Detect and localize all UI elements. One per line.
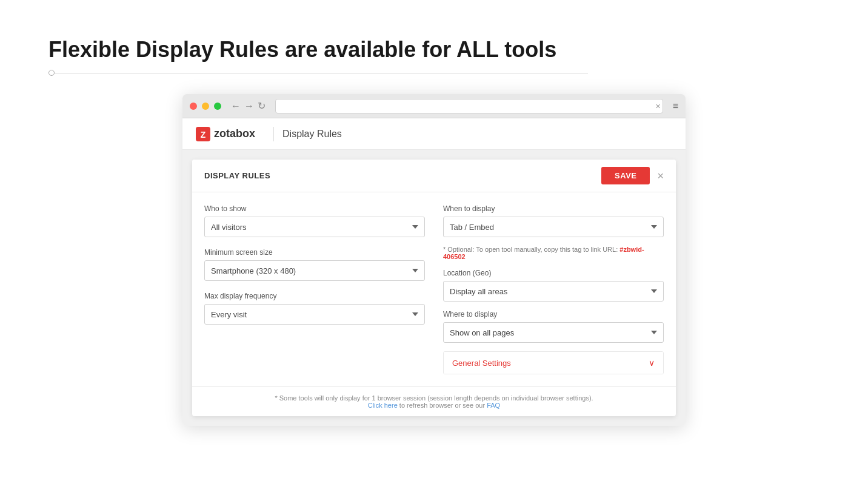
- browser-content: DISPLAY RULES SAVE × Who to show All vis…: [182, 150, 686, 426]
- when-to-display-group: When to display Tab / Embed On load On s…: [443, 204, 664, 237]
- location-group: Location (Geo) Display all areas Specifi…: [443, 269, 664, 302]
- svg-text:Z: Z: [201, 130, 206, 140]
- address-bar-close[interactable]: ✕: [655, 102, 661, 110]
- forward-button[interactable]: →: [244, 101, 254, 112]
- footer-note-text: * Some tools will only display for 1 bro…: [275, 394, 593, 402]
- zotabox-logo: Z zotabox: [195, 126, 255, 143]
- browser-titlebar: ← → ↻ ✕ ≡: [182, 94, 686, 118]
- where-to-display-label: Where to display: [443, 310, 664, 319]
- address-bar-container: ✕: [275, 99, 663, 113]
- zotabox-name: zotabox: [214, 127, 255, 140]
- where-to-display-group: Where to display Show on all pages Speci…: [443, 310, 664, 343]
- general-settings-accordion: General Settings ∨: [443, 351, 664, 374]
- optional-text: * Optional: To open tool manually, copy …: [443, 246, 664, 260]
- panel-title: DISPLAY RULES: [204, 171, 270, 180]
- panel-header: DISPLAY RULES SAVE ×: [192, 160, 676, 192]
- traffic-light-green[interactable]: [214, 103, 221, 110]
- browser-nav: ← → ↻: [231, 100, 265, 112]
- back-button[interactable]: ←: [231, 101, 241, 112]
- panel-right: When to display Tab / Embed On load On s…: [443, 204, 664, 374]
- close-button[interactable]: ×: [657, 170, 664, 181]
- app-header-title: Display Rules: [282, 129, 342, 140]
- page-title: Flexible Display Rules are available for…: [48, 36, 820, 62]
- display-rules-panel: DISPLAY RULES SAVE × Who to show All vis…: [192, 160, 676, 416]
- panel-body: Who to show All visitors New visitors Re…: [192, 192, 676, 386]
- browser-menu-icon[interactable]: ≡: [673, 101, 678, 112]
- browser-window: ← → ↻ ✕ ≡ Z zotabox Display Rules DISPLA…: [182, 94, 686, 426]
- who-to-show-group: Who to show All visitors New visitors Re…: [204, 204, 425, 237]
- who-to-show-select[interactable]: All visitors New visitors Returning visi…: [204, 217, 425, 237]
- panel-left: Who to show All visitors New visitors Re…: [204, 204, 425, 374]
- who-to-show-label: Who to show: [204, 204, 425, 213]
- panel-footer: * Some tools will only display for 1 bro…: [192, 386, 676, 416]
- accordion-chevron-icon: ∨: [649, 358, 655, 368]
- footer-note: * Some tools will only display for 1 bro…: [204, 394, 664, 409]
- save-button[interactable]: SAVE: [601, 167, 650, 184]
- where-to-display-select[interactable]: Show on all pages Specific pages Homepag…: [443, 322, 664, 343]
- when-to-display-label: When to display: [443, 204, 664, 213]
- when-to-display-select[interactable]: Tab / Embed On load On scroll On exit: [443, 217, 664, 237]
- progress-track: [55, 73, 588, 73]
- optional-text-prefix: * Optional: To open tool manually, copy …: [443, 246, 618, 253]
- min-screen-group: Minimum screen size Smartphone (320 x 48…: [204, 248, 425, 281]
- accordion-header[interactable]: General Settings ∨: [444, 352, 663, 374]
- zotabox-icon-svg: Z: [195, 126, 212, 143]
- traffic-light-red[interactable]: [190, 103, 197, 110]
- min-screen-label: Minimum screen size: [204, 248, 425, 257]
- faq-link[interactable]: FAQ: [487, 402, 500, 409]
- app-header-divider: [273, 127, 274, 141]
- location-select[interactable]: Display all areas Specific countries: [443, 281, 664, 302]
- max-freq-group: Max display frequency Every visit Once p…: [204, 292, 425, 325]
- accordion-title: General Settings: [452, 359, 511, 368]
- page-header: Flexible Display Rules are available for…: [48, 36, 820, 76]
- click-here-link[interactable]: Click here: [368, 402, 398, 409]
- app-header: Z zotabox Display Rules: [182, 118, 686, 150]
- progress-dot: [48, 70, 55, 76]
- progress-line: [48, 70, 820, 76]
- max-freq-label: Max display frequency: [204, 292, 425, 300]
- traffic-light-yellow[interactable]: [202, 103, 209, 110]
- max-freq-select[interactable]: Every visit Once per session Once per da…: [204, 304, 425, 325]
- panel-header-actions: SAVE ×: [601, 167, 664, 184]
- address-bar[interactable]: [275, 99, 663, 113]
- location-label: Location (Geo): [443, 269, 664, 277]
- min-screen-select[interactable]: Smartphone (320 x 480) Tablet (768 x 102…: [204, 260, 425, 281]
- footer-middle-text: to refresh browser or see our: [399, 402, 487, 409]
- refresh-button[interactable]: ↻: [258, 100, 265, 112]
